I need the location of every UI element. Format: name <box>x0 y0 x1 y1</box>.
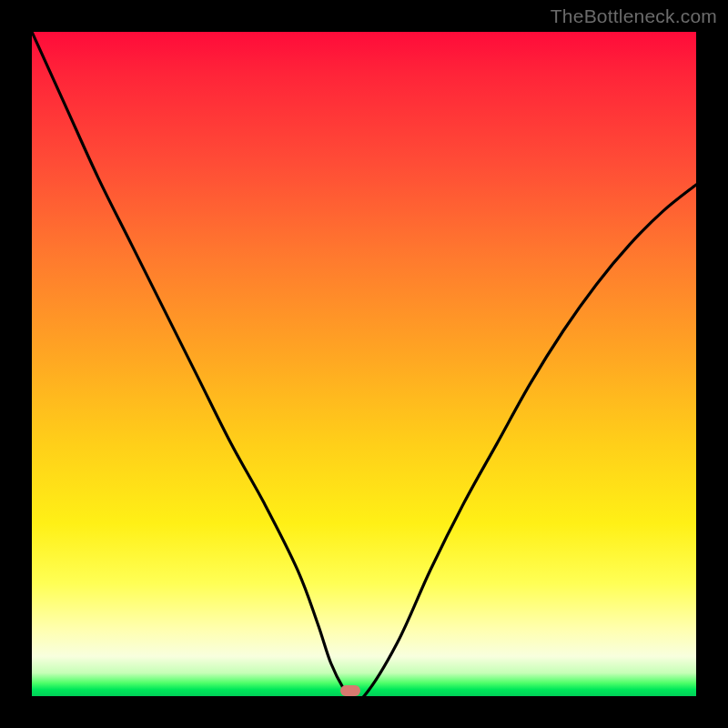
optimal-point-marker <box>340 685 360 696</box>
chart-frame: TheBottleneck.com <box>0 0 728 728</box>
watermark-text: TheBottleneck.com <box>551 5 717 27</box>
bottleneck-curve <box>32 32 696 696</box>
plot-area <box>32 32 696 696</box>
